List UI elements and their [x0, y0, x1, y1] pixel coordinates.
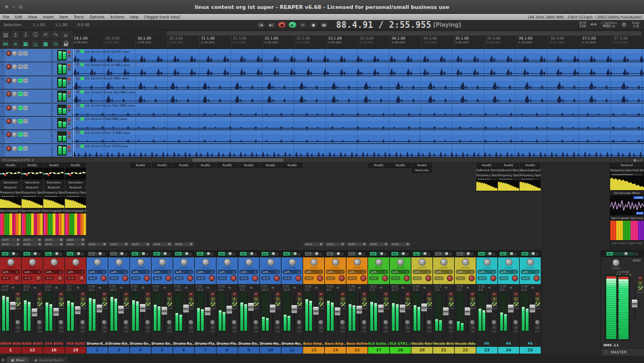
speaker-icon[interactable]: ◀ [76, 285, 79, 289]
pan-knob[interactable] [51, 258, 58, 266]
fx-enable-pill[interactable]: FX ○ [1, 251, 20, 256]
track-mute-indicator[interactable]: M [68, 132, 71, 135]
record-arm-button[interactable] [490, 275, 496, 281]
fx-browse-icon[interactable]: ○ [340, 252, 344, 256]
mute-button[interactable]: M [145, 292, 150, 296]
peak-value[interactable]: -0.4 [23, 288, 28, 291]
strip-number-band[interactable]: 22 [455, 347, 476, 354]
speaker-icon[interactable]: ◀ [358, 285, 360, 289]
ruler-tick[interactable]: 32.3.00 1:03.000 [295, 37, 326, 48]
width-knob[interactable] [59, 320, 63, 325]
strip-name[interactable]: VOX BUSS [65, 340, 86, 347]
input-selector[interactable]: Left...⊙ [348, 270, 366, 274]
strip-number-band[interactable]: 18 [390, 347, 411, 354]
pan-knob[interactable] [505, 258, 512, 266]
ruler-tick[interactable]: 32.1.00 1:02.000 [263, 37, 294, 48]
fx-slot[interactable]: Spectrograph S [43, 208, 64, 213]
solo-button[interactable]: S [638, 281, 643, 285]
mute-button[interactable]: M [124, 292, 129, 296]
track-name-vertical[interactable]: Drums-Kick In-M81.wav [50, 63, 54, 74]
strip-name[interactable]: Drums-Kic..82 [108, 340, 129, 347]
master-rms-readout[interactable]: RMS -L1 [603, 343, 619, 347]
input-selector[interactable]: Left...⊙ [174, 270, 193, 274]
width-knob[interactable] [535, 320, 540, 325]
mute-button[interactable]: M [275, 292, 280, 296]
fx-browse-icon[interactable]: ○ [15, 252, 19, 256]
mute-button[interactable]: M [340, 292, 345, 296]
monitor-button[interactable]: in ⊙ [109, 276, 119, 280]
pan-knob[interactable] [354, 258, 361, 266]
fx-enable-pill[interactable]: FX ○ [196, 251, 215, 256]
track-input-fx-button[interactable]: in [18, 51, 23, 56]
phones-icon[interactable]: ∩ [210, 325, 215, 330]
track-input-fx-button[interactable]: in [18, 64, 23, 69]
solo-button[interactable]: S [275, 297, 280, 301]
ruler-tick[interactable]: 33.3.00 1:05.000 [358, 37, 390, 48]
track-number[interactable]: 3 [0, 62, 5, 75]
fx-slot[interactable]: Frequency Spec [0, 190, 21, 195]
track-envelope-button[interactable]: ≈ [23, 119, 28, 123]
routing-button[interactable] [80, 302, 85, 306]
routing-button[interactable] [319, 302, 324, 306]
phones-icon[interactable]: ∩ [449, 325, 454, 330]
solo-button[interactable]: S [145, 297, 150, 301]
track-envelope-button[interactable]: ≈ [23, 146, 28, 151]
send-slot[interactable]: 23:FX [87, 242, 107, 246]
fx-browse-icon[interactable]: ○ [296, 252, 301, 256]
solo-button[interactable]: S [535, 297, 540, 301]
record-arm-button[interactable] [6, 64, 12, 69]
peak-value[interactable]: -14.0 [348, 288, 355, 291]
solo-button[interactable]: S [319, 297, 324, 301]
fx-wet-slider[interactable] [73, 252, 80, 256]
record-arm-button[interactable] [6, 91, 12, 97]
menu-item[interactable]: Actions [107, 15, 127, 19]
fx-wet-slider[interactable] [613, 252, 635, 256]
fx-browse-icon[interactable]: ○ [318, 252, 323, 256]
speaker-icon[interactable]: ◀ [184, 285, 187, 289]
pan-knob[interactable] [332, 258, 339, 266]
width-knob[interactable] [470, 320, 475, 325]
strip-name[interactable]: Drums-Flo..81 [217, 340, 238, 347]
record-arm-button[interactable] [187, 275, 193, 281]
monitor-button[interactable]: in ⊙ [304, 276, 314, 280]
phones-icon[interactable]: ∩ [514, 325, 519, 330]
fx-slot[interactable]: Saturation [0, 180, 21, 185]
track-solo-indicator[interactable] [68, 54, 71, 57]
track-volume-knob[interactable] [12, 146, 17, 151]
routing-button[interactable] [275, 302, 280, 306]
fx-slot[interactable]: ReaEQ [368, 163, 389, 168]
speaker-icon[interactable]: ◀ [509, 285, 512, 289]
track-header[interactable]: 5 in ≈ Drums-Snare Bot-M81.wav M [0, 89, 72, 103]
fx-graph[interactable] [65, 213, 86, 236]
record-button[interactable]: ● [278, 21, 286, 28]
phones-icon[interactable]: ∩ [124, 325, 129, 330]
speaker-icon[interactable]: ◀ [54, 285, 57, 289]
pan-knob[interactable] [224, 258, 231, 266]
strip-name[interactable]: Drums-Ro..60 [281, 340, 303, 347]
send-slot[interactable]: 23:FX [44, 238, 64, 242]
speaker-icon[interactable]: ◀ [206, 285, 209, 289]
mute-button[interactable]: M [254, 292, 259, 296]
ripple-edit-icon[interactable]: ▦ [21, 39, 30, 48]
ruler-tick[interactable]: 34.3.00 1:07.000 [421, 37, 453, 48]
fx-enable-pill[interactable]: FX ○ [326, 251, 345, 256]
item-grouping-icon[interactable]: ∞ [11, 39, 20, 48]
solo-button[interactable]: S [340, 297, 345, 301]
item-lock-chip-icon[interactable] [76, 90, 79, 93]
mute-button[interactable]: M [167, 292, 172, 296]
routing-button[interactable] [405, 302, 410, 306]
selitem-midi-toggle[interactable]: /-:SelitemMIDI ⊙ [601, 21, 617, 29]
fx-enable-pill[interactable]: FX ○ [456, 251, 475, 256]
ruler-tick[interactable]: 37.1.00 1:12.000 [581, 37, 612, 48]
phones-icon[interactable]: ∩ [167, 325, 172, 330]
peak-value[interactable]: -0.5 [66, 288, 72, 291]
speaker-icon[interactable]: ◀ [466, 285, 469, 289]
crossfade-icon[interactable]: ⋈ [1, 39, 10, 48]
send-slot[interactable]: 23:FX [347, 242, 367, 246]
mute-button[interactable]: M [535, 292, 540, 296]
strip-number-band[interactable]: 8 [217, 347, 238, 354]
fx-slot[interactable]: Frequency Spec [498, 173, 519, 178]
phones-icon[interactable]: ∩ [254, 325, 259, 330]
ruler-tick[interactable]: 34.1.00 1:06.000 [390, 37, 421, 48]
fx-graph[interactable] [476, 178, 497, 191]
